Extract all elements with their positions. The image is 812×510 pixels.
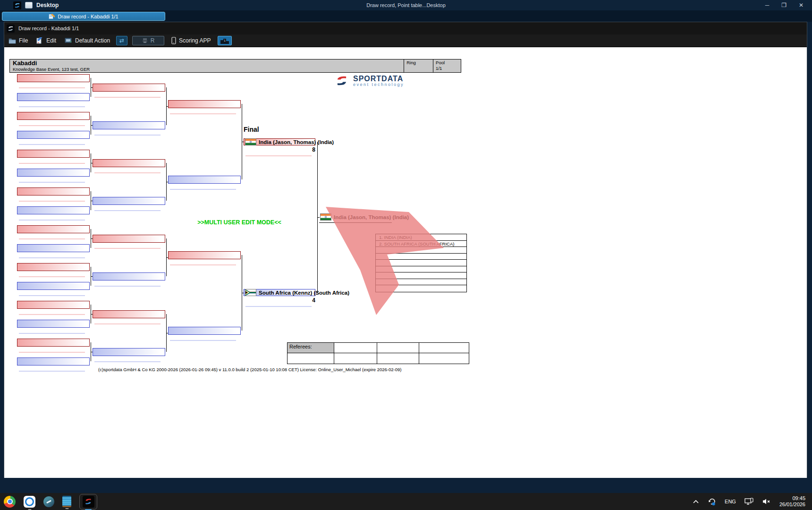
bracket-slot[interactable]: [168, 100, 241, 108]
competitor-name-line: [94, 248, 161, 249]
volume-muted-icon[interactable]: [762, 498, 771, 505]
competitor-name-line: [19, 87, 85, 88]
bracket-slot[interactable]: [17, 187, 90, 196]
folder-icon: [8, 38, 16, 44]
tab-label: Draw record - Kabaddi 1/1: [58, 14, 118, 19]
sportdata-logo-icon: [13, 1, 21, 9]
competitor-name-line: [94, 210, 161, 211]
bracket-slot[interactable]: [17, 131, 90, 139]
bracket-slot[interactable]: [168, 176, 241, 184]
referees-table: Referees:: [287, 342, 469, 364]
bracket-slot[interactable]: [17, 301, 90, 309]
menu-default-action-label: Default Action: [75, 37, 110, 44]
tab-draw-record[interactable]: Draw record - Kabaddi 1/1: [2, 12, 165, 21]
podium-button[interactable]: 1: [218, 36, 232, 45]
competitor-name-line: [19, 201, 85, 202]
bracket-slot[interactable]: [168, 251, 241, 259]
result-row: [376, 279, 466, 286]
bracket-slot[interactable]: [17, 150, 90, 158]
competitor-name-line: [19, 182, 85, 183]
bracket-slot[interactable]: [17, 112, 90, 120]
display-icon[interactable]: [744, 498, 754, 505]
result-row: [376, 260, 466, 266]
svg-text:1: 1: [224, 39, 226, 42]
india-flag: [320, 213, 331, 221]
sync-toggle-button[interactable]: ⇄: [116, 36, 127, 45]
taskbar: ENG 09:45 26/01/2026: [0, 493, 812, 510]
bracket-slot[interactable]: [17, 169, 90, 177]
menu-edit[interactable]: Edit: [32, 34, 60, 47]
bracket-slot[interactable]: [17, 282, 90, 290]
final-red-name: India (Jason, Thomas) (India): [259, 139, 334, 145]
bracket-slot[interactable]: [168, 327, 241, 335]
menu-scoring-app[interactable]: Scoring APP: [167, 34, 215, 47]
competitor-name-line: [94, 361, 161, 362]
tab-bar: Draw record - Kabaddi 1/1: [0, 10, 812, 22]
winner-name: India (Jason, Thomas) (India): [334, 214, 409, 220]
restore-button[interactable]: ❐: [781, 2, 787, 8]
brand-tagline: event technology: [353, 82, 404, 87]
bracket-slot[interactable]: [93, 159, 165, 167]
bracket-slot[interactable]: [17, 263, 90, 271]
competitor-name-line: [19, 220, 85, 221]
clock-time: 09:45: [779, 495, 805, 502]
results-table: 1. INDIA (INDIA)2. SOUTH AFRICA (SOUTH A…: [375, 234, 467, 292]
bracket-slot[interactable]: [17, 206, 90, 214]
bracket-slot[interactable]: [93, 121, 165, 129]
bracket-slot[interactable]: [17, 357, 90, 366]
sync-arrows-icon: ⇄: [119, 37, 124, 44]
bracket-slot[interactable]: [17, 320, 90, 328]
bracket-slot[interactable]: [17, 93, 90, 101]
teal-app-icon[interactable]: [43, 496, 54, 507]
tray-expand-icon[interactable]: [693, 499, 699, 504]
language-indicator[interactable]: ENG: [725, 499, 736, 504]
result-row: [376, 272, 466, 279]
sync-app-icon[interactable]: [24, 496, 35, 508]
notepad-icon[interactable]: [62, 496, 71, 507]
close-button[interactable]: ✕: [799, 2, 804, 8]
sync-tray-icon[interactable]: [708, 497, 716, 506]
menu-edit-label: Edit: [46, 37, 56, 44]
smartphone-icon: [171, 37, 176, 44]
draw-record-tab-icon: [49, 14, 55, 19]
clock-date: 26/01/2026: [779, 502, 805, 508]
bracket-slot[interactable]: [17, 339, 90, 347]
bracket-slot[interactable]: [93, 197, 165, 205]
competitor-name-line: [19, 352, 85, 353]
sportdata-app-icon[interactable]: [79, 494, 97, 510]
result-row: 2. SOUTH AFRICA (SOUTH AFRICA): [376, 241, 466, 247]
bracket-slot[interactable]: [93, 235, 165, 243]
bracket-slot[interactable]: [93, 348, 165, 356]
pool-cell: Pool 1/1: [433, 60, 461, 72]
india-flag: [245, 138, 256, 145]
menu-file[interactable]: File: [4, 34, 32, 47]
competitor-name-line: [170, 340, 236, 341]
bracket-slot[interactable]: [93, 310, 165, 318]
menu-default-action[interactable]: Default Action: [60, 34, 114, 47]
desktop-title: Desktop: [36, 2, 59, 8]
bracket-slot[interactable]: [93, 272, 165, 280]
chrome-icon[interactable]: [4, 496, 16, 508]
final-red-nameline: [245, 155, 312, 156]
minimize-button[interactable]: ─: [765, 2, 770, 8]
referee-cell: [419, 343, 469, 353]
brand-name: SPORTDATA: [353, 75, 404, 82]
bracket-slot[interactable]: [17, 74, 90, 82]
window-titlebar: Draw record - Kabaddi 1/1: [4, 22, 807, 34]
bracket-slot[interactable]: [93, 84, 165, 92]
report-button[interactable]: R: [132, 36, 164, 45]
competitor-name-line: [94, 97, 161, 98]
sportdata-brand-icon: [334, 75, 350, 87]
final-blue-slot[interactable]: South Africa (Kennz) (South Africa): [244, 289, 315, 296]
winner-entry[interactable]: India (Jason, Thomas) (India): [320, 213, 409, 221]
bracket-slot[interactable]: [17, 244, 90, 252]
result-row: [376, 254, 466, 260]
ring-cell: Ring: [404, 60, 433, 72]
competitor-name-line: [94, 323, 161, 324]
edit-mode-banner: >>MULTI USER EDIT MODE<<: [178, 219, 301, 226]
bracket-slot[interactable]: [17, 225, 90, 233]
pool-value: 1/1: [436, 66, 458, 71]
clock[interactable]: 09:45 26/01/2026: [779, 495, 805, 508]
final-red-slot[interactable]: India (Jason, Thomas) (India): [244, 138, 315, 145]
podium-icon: 1: [220, 37, 229, 44]
